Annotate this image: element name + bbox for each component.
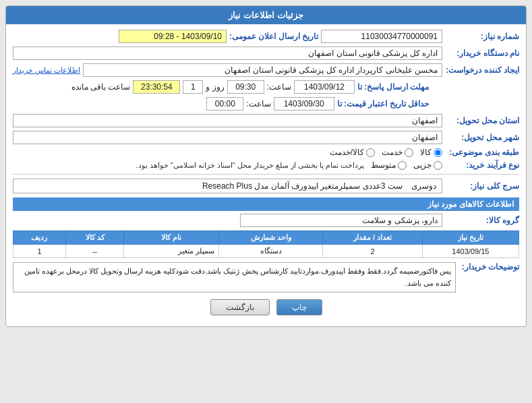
bazgasht-button[interactable]: بازگشت — [210, 299, 270, 315]
nav-label: نوع فرآیند خرید: — [445, 160, 519, 170]
radio-kala-label: کالا — [420, 148, 432, 157]
mohlat-remaining: 23:30:54 — [133, 80, 180, 94]
purchase-note: پرداخت تمام یا بخشی از مبلغ خریدار محل "… — [13, 161, 364, 170]
col-tarikh-niyaz: تاریخ نیاز — [422, 231, 519, 245]
td-naam-kala: سمپلر متغیر — [124, 245, 219, 258]
serj-label: سرج کلی نیاز: — [445, 181, 519, 191]
ostan-value: اصفهان — [13, 114, 442, 127]
mohlat-rooz: 1 — [183, 80, 203, 94]
td-radif: 1 — [13, 245, 66, 258]
hadaqal-date: 1403/09/30 — [274, 97, 334, 111]
mohlat-saat-label: ساعت: — [267, 82, 291, 92]
mohlat-saat: 09:30 — [227, 80, 264, 94]
radio-kala[interactable] — [434, 148, 442, 157]
hadaqal-label-text: حداقل تاریخ اعتبار قیمت: تا — [337, 99, 429, 108]
col-kod-kala: کد کالا — [65, 231, 123, 245]
radio-khadamat[interactable] — [405, 148, 413, 157]
goods-section-title: اطلاعات کالاهای مورد نیاز — [13, 197, 519, 211]
ijad-konande-value: محسن علیخانی کارپرداز اداره کل پزشکی قان… — [83, 63, 442, 77]
mohlat-label-text: مهلت ارسال پاسخ: تا — [357, 82, 429, 92]
notes-label: توضیحات خریدار: — [459, 262, 519, 272]
radio-khadamat-label: خدمت — [382, 148, 403, 157]
td-kod-kala: -- — [65, 245, 123, 258]
td-vahed: دستگاه — [219, 245, 323, 258]
items-table: تاریخ نیاز تعداد / مقدار واحد شمارش نام … — [13, 230, 519, 258]
tarikh-value: 1403/09/10 - 09:28 — [119, 30, 227, 43]
mohlat-rooz-label: روز و — [206, 82, 224, 92]
radio-kala-khadamat[interactable] — [366, 148, 375, 157]
shahr-value: اصفهان — [13, 131, 442, 144]
shahr-label: شهر محل تحویل: — [445, 133, 519, 142]
radio-jazii[interactable] — [434, 161, 442, 170]
col-tedad: تعداد / مقدار — [323, 231, 423, 245]
td-tedad: 2 — [323, 245, 423, 258]
radio-jazii-label: جزیی — [413, 160, 432, 170]
serj-value: دوسری ست 3عددی سمپلرمتغیر اپیدورف آلمان … — [13, 179, 442, 193]
col-naam-kala: نام کالا — [124, 231, 219, 245]
shomara-niyaz-value: 11030034770000091 — [321, 30, 442, 43]
group-kala-value: دارو، پزشکی و سلامت — [240, 214, 442, 227]
hadaqal-saat: 00:00 — [206, 97, 243, 111]
radio-motavaset[interactable] — [398, 161, 407, 170]
radio-motavaset-label: متوسط — [371, 160, 396, 170]
tarikh-label: تاریخ ارسال اعلان عمومی: — [229, 32, 318, 41]
tabaqe-label: طبقه بندی موضوعی: — [445, 148, 519, 157]
td-tarikh-niyaz: 1403/09/15 — [422, 245, 519, 258]
col-vahed: واحد شمارش — [219, 231, 323, 245]
ostan-label: استان محل تحویل: — [445, 116, 519, 125]
group-kala-label: گروه کالا: — [445, 216, 519, 225]
naam-dastgah-value: اداره کل پزشکی قانونی استان اصفهان — [13, 46, 442, 60]
ijad-konande-label: ایجاد کننده درخواست: — [445, 65, 519, 75]
chap-button[interactable]: چاپ — [276, 299, 322, 315]
naam-dastgah-label: نام دستگاه خریدار: — [445, 49, 519, 58]
notes-box: پس فاکتورضمیمه گردد.فقط وفقط اپیدورف.موا… — [13, 262, 456, 292]
shomara-niyaz-label: شماره نیاز: — [445, 32, 519, 41]
col-radif: ردیف — [13, 231, 66, 245]
atelaat-tamas-link[interactable]: اطلاعات تماس خریدار — [13, 66, 80, 75]
mohlat-date: 1403/09/12 — [294, 80, 355, 94]
radio-kala-khadamat-label: کالا/خدمت — [330, 148, 364, 157]
mohlat-remaining-label: ساعت باقی مانده — [71, 82, 131, 92]
hadaqal-saat-label: ساعت: — [246, 99, 270, 108]
table-row: 1403/09/15 2 دستگاه سمپلر متغیر -- 1 — [13, 245, 519, 258]
page-title: جزئیات اطلاعات نیاز — [6, 6, 526, 24]
